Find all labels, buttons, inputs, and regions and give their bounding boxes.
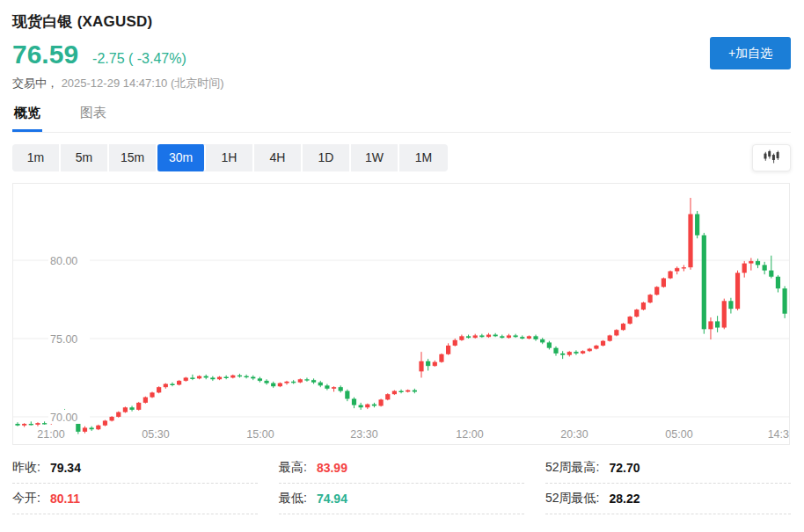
candle-body xyxy=(278,383,282,387)
candle-body xyxy=(379,399,384,405)
candle-body xyxy=(708,321,713,329)
candle-body xyxy=(325,385,329,389)
candle-body xyxy=(284,382,289,383)
stat-label: 最高: xyxy=(279,460,307,476)
stat-value: 80.11 xyxy=(50,492,80,506)
add-watchlist-button[interactable]: +加自选 xyxy=(710,37,791,69)
interval-1h[interactable]: 1H xyxy=(206,144,254,171)
stat-cell-4: 最低:74.94 xyxy=(279,484,524,514)
candle-body xyxy=(520,337,524,339)
candle-body xyxy=(304,379,309,380)
stat-cell-0: 昨收:79.34 xyxy=(12,453,258,484)
candle-body xyxy=(352,399,356,405)
quote-timestamp: 2025-12-29 14:47:10 (北京时间) xyxy=(62,77,224,90)
candle-body xyxy=(129,407,134,410)
candle-body xyxy=(419,361,423,372)
candle-body xyxy=(90,427,94,429)
y-tick-label: 70.00 xyxy=(50,412,77,424)
candle-body xyxy=(486,335,491,338)
candle-body xyxy=(42,423,47,424)
candle-body xyxy=(365,404,369,408)
market-status: 交易中， xyxy=(12,77,58,90)
candle-body xyxy=(15,424,19,426)
stat-cell-2: 52周最高:72.70 xyxy=(545,453,791,484)
current-price: 76.59 xyxy=(12,40,78,69)
candle-body xyxy=(217,377,222,380)
quote-page: 现货白银 (XAGUSD) 76.59 -2.75 ( -3.47%) 交易中，… xyxy=(0,0,804,532)
candle-body xyxy=(634,310,639,317)
interval-1m[interactable]: 1M xyxy=(399,144,448,171)
tab-overview[interactable]: 概览 xyxy=(12,105,42,132)
interval-5m[interactable]: 5m xyxy=(61,144,109,171)
candle-body xyxy=(466,336,471,338)
candle-body xyxy=(177,381,181,384)
candle-body xyxy=(406,390,410,392)
candle-body xyxy=(339,387,343,390)
candlestick-icon xyxy=(763,149,780,167)
candle-body xyxy=(769,271,773,277)
candle-body xyxy=(110,417,114,420)
candle-body xyxy=(553,348,558,353)
tab-chart[interactable]: 图表 xyxy=(78,105,108,132)
y-tick-label: 75.00 xyxy=(50,333,77,346)
stat-label: 今开: xyxy=(12,491,40,506)
candle-body xyxy=(514,335,518,337)
candle-body xyxy=(392,391,397,395)
candle-body xyxy=(459,336,464,339)
candle-body xyxy=(507,335,511,338)
stat-cell-1: 最高:83.99 xyxy=(279,453,524,484)
candle-body xyxy=(359,405,363,408)
candle-body xyxy=(500,336,504,338)
price-change: -2.75 ( -3.47%) xyxy=(92,51,186,67)
stat-cell-3: 今开:80.11 xyxy=(12,484,258,514)
interval-1m[interactable]: 1m xyxy=(12,144,61,171)
stat-value: 72.70 xyxy=(609,461,640,475)
interval-row: 1m5m15m30m1H4H1D1W1M xyxy=(12,144,791,171)
candle-wick xyxy=(750,258,751,270)
candle-body xyxy=(190,378,194,379)
candle-body xyxy=(291,382,296,383)
stat-label: 52周最高: xyxy=(545,460,599,476)
candle-body xyxy=(433,362,437,366)
candle-body xyxy=(742,264,747,273)
candle-body xyxy=(238,375,242,376)
candlestick-chart[interactable]: 80.0075.0070.0021:0005:3015:0023:3012:00… xyxy=(12,183,790,445)
candle-body xyxy=(668,271,672,278)
interval-selector: 1m5m15m30m1H4H1D1W1M xyxy=(12,144,448,171)
interval-1d[interactable]: 1D xyxy=(303,144,351,171)
candle-body xyxy=(230,375,235,378)
candle-body xyxy=(76,423,80,432)
candle-body xyxy=(581,351,585,353)
candle-body xyxy=(715,321,720,327)
candle-body xyxy=(675,268,679,272)
interval-30m[interactable]: 30m xyxy=(157,144,206,171)
candle-body xyxy=(749,261,753,264)
stat-cell-5: 52周最低:28.22 xyxy=(545,484,791,514)
candle-body xyxy=(621,324,625,330)
candle-body xyxy=(648,295,653,302)
interval-1w[interactable]: 1W xyxy=(351,144,399,171)
interval-15m[interactable]: 15m xyxy=(109,144,157,171)
tab-bar: 概览 图表 xyxy=(12,105,791,133)
candle-body xyxy=(332,387,336,389)
page-title: 现货白银 (XAGUSD) xyxy=(12,0,791,32)
candle-body xyxy=(453,340,457,346)
candle-body xyxy=(22,424,26,426)
candle-body xyxy=(473,335,478,338)
market-status-row: 交易中， 2025-12-29 14:47:10 (北京时间) xyxy=(12,76,791,91)
candle-body xyxy=(136,403,141,410)
interval-4h[interactable]: 4H xyxy=(254,144,303,171)
candle-body xyxy=(251,377,255,379)
x-tick-label: 14:3 xyxy=(768,428,789,441)
candle-body xyxy=(763,265,767,270)
candle-body xyxy=(654,287,659,295)
candle-body xyxy=(103,420,107,425)
candle-body xyxy=(608,335,612,340)
candle-body xyxy=(574,352,578,353)
chart-style-button[interactable] xyxy=(752,144,791,171)
candle-body xyxy=(204,376,208,378)
candle-body xyxy=(245,376,249,377)
candle-body xyxy=(547,342,552,347)
stat-label: 最低: xyxy=(279,491,307,506)
candle-body xyxy=(83,427,87,431)
